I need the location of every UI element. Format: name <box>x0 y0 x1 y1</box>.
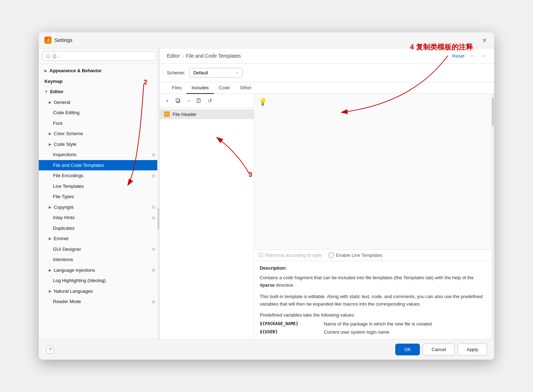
panel-header: Editor › File and Code Templates Reset ←… <box>160 48 494 64</box>
sidebar-item-code-editing[interactable]: Code Editing <box>39 107 159 118</box>
sidebar-item-language-injections[interactable]: ▶ Language Injections ⊟ <box>39 265 159 276</box>
settings-icon: ⊟ <box>152 267 155 273</box>
sidebar-item-file-types[interactable]: File Types <box>39 191 159 202</box>
title-bar: J Settings ✕ <box>39 32 494 48</box>
app-icon: J <box>44 37 52 44</box>
expand-icon: ▶ <box>49 100 52 105</box>
expand-icon: ▶ <box>49 288 52 294</box>
duplicate-template-button[interactable] <box>195 96 204 105</box>
expand-icon: ▶ <box>49 236 52 241</box>
sidebar-item-file-code-templates[interactable]: File and Code Templates 1 <box>39 160 159 171</box>
var-table: ${PACKAGE_NAME} Name of the package in w… <box>260 321 489 335</box>
var-desc-package: Name of the package in which the new fil… <box>324 321 432 327</box>
main-content: ▶ Appearance & Behavior Keymap ▼ Editor … <box>39 48 494 339</box>
sidebar-item-inlay-hints[interactable]: Inlay Hints ⊟ <box>39 212 159 223</box>
description-para-1: Contains a code fragment that can be inc… <box>260 274 489 289</box>
file-icon <box>164 111 170 117</box>
sidebar-item-emmet[interactable]: ▶ Emmet <box>39 233 159 244</box>
sidebar-item-appearance[interactable]: ▶ Appearance & Behavior <box>39 65 159 76</box>
reformat-checkbox[interactable] <box>258 253 263 258</box>
tab-code[interactable]: Code <box>214 82 235 94</box>
live-templates-checkbox-label[interactable]: Enable Live Templates <box>329 253 382 258</box>
sidebar-item-label: Copyright <box>54 204 74 211</box>
description-title: Description: <box>260 265 489 271</box>
sidebar-item-general[interactable]: ▶ General <box>39 97 159 108</box>
sidebar: ▶ Appearance & Behavior Keymap ▼ Editor … <box>39 48 160 339</box>
copy-template-button[interactable] <box>173 96 183 105</box>
tab-includes[interactable]: Includes <box>186 82 213 94</box>
sidebar-item-label: Color Scheme <box>54 130 83 137</box>
sidebar-item-natural-languages[interactable]: ▶ Natural Languages <box>39 286 159 297</box>
sidebar-item-label: Language Injections <box>54 267 95 274</box>
apply-button[interactable]: Apply <box>458 344 487 355</box>
sidebar-item-keymap[interactable]: Keymap <box>39 76 159 87</box>
sidebar-list: ▶ Appearance & Behavior Keymap ▼ Editor … <box>39 64 159 339</box>
nav-back-button[interactable]: ← <box>469 52 477 60</box>
cancel-button[interactable]: Cancel <box>423 344 455 355</box>
sidebar-item-label: Inspections <box>53 151 76 158</box>
expand-icon: ▶ <box>44 68 47 73</box>
sidebar-item-copyright[interactable]: ▶ Copyright ⊟ <box>39 202 159 213</box>
settings-dialog: J Settings ✕ ▶ Appearance & Behavior Key… <box>39 32 494 360</box>
expand-icon: ▶ <box>49 205 52 210</box>
close-button[interactable]: ✕ <box>480 36 489 44</box>
sidebar-item-font[interactable]: Font <box>39 118 159 129</box>
live-templates-checkbox[interactable] <box>329 253 334 258</box>
revert-template-button[interactable]: ↺ <box>205 96 215 105</box>
bottom-options: Reformat according to style Enable Live … <box>254 249 494 261</box>
scheme-select[interactable]: Default <box>189 68 243 78</box>
sidebar-item-code-style[interactable]: ▶ Code Style <box>39 139 159 150</box>
sidebar-item-label: General <box>54 99 70 106</box>
breadcrumb-section: File and Code Templates <box>186 53 241 59</box>
sidebar-item-live-templates[interactable]: Live Templates <box>39 181 159 192</box>
sidebar-scrollbar[interactable] <box>157 48 159 339</box>
sidebar-item-label: Code Editing <box>53 109 79 116</box>
template-toolbar: + − ↺ <box>160 94 254 108</box>
sidebar-item-label: Keymap <box>44 78 63 85</box>
search-input[interactable] <box>42 51 156 61</box>
sidebar-item-editor[interactable]: ▼ Editor <box>39 86 159 97</box>
sidebar-item-gui-designer[interactable]: GUI Designer ⊟ <box>39 244 159 255</box>
svg-rect-1 <box>176 99 179 102</box>
reformat-label: Reformat according to style <box>265 253 322 258</box>
sidebar-item-label: Font <box>53 120 62 127</box>
template-item-file-header[interactable]: File Header <box>160 109 254 119</box>
live-templates-label: Enable Live Templates <box>336 253 382 258</box>
reformat-checkbox-label[interactable]: Reformat according to style <box>258 253 322 258</box>
ok-button[interactable]: OK <box>395 344 420 355</box>
settings-icon: ⊟ <box>152 299 155 305</box>
main-panel: Editor › File and Code Templates Reset ←… <box>160 48 494 339</box>
tab-files[interactable]: Files <box>167 82 186 94</box>
sidebar-item-duplicates[interactable]: Duplicates <box>39 223 159 234</box>
sidebar-item-reader-mode[interactable]: Reader Mode ⊟ <box>39 296 159 307</box>
breadcrumb: Editor › File and Code Templates <box>167 53 241 59</box>
description-area: Description: Contains a code fragment th… <box>254 261 494 339</box>
sidebar-item-label: Emmet <box>54 235 68 242</box>
sidebar-item-label: File Encodings <box>53 172 83 179</box>
breadcrumb-separator: › <box>182 53 184 59</box>
settings-icon: ⊟ <box>152 152 155 158</box>
help-button[interactable]: ? <box>46 345 54 354</box>
settings-icon: ⊟ <box>152 173 155 179</box>
sidebar-item-label: Code Style <box>54 141 76 148</box>
add-template-button[interactable]: + <box>163 96 172 105</box>
remove-template-button[interactable]: − <box>184 96 193 105</box>
expand-icon: ▶ <box>49 267 52 273</box>
template-area: + − ↺ <box>160 94 494 339</box>
var-name-user: ${USER} <box>260 329 317 334</box>
tab-other[interactable]: Other <box>235 82 257 94</box>
right-scrollbar[interactable] <box>491 94 494 339</box>
sidebar-item-color-scheme[interactable]: ▶ Color Scheme <box>39 128 159 139</box>
editor-area[interactable]: 💡 <box>254 94 494 249</box>
scheme-row: Scheme: Default <box>160 64 494 82</box>
reset-link[interactable]: Reset <box>452 53 464 59</box>
action-buttons: OK Cancel Apply <box>395 344 487 355</box>
sidebar-item-file-encodings[interactable]: File Encodings ⊟ <box>39 170 159 181</box>
svg-rect-7 <box>166 114 168 114</box>
sidebar-item-inspections[interactable]: Inspections ⊟ <box>39 149 159 160</box>
sidebar-item-label: File Types <box>53 193 74 200</box>
sidebar-item-log-highlighting[interactable]: Log Highlighting (Ideolog) <box>39 275 159 286</box>
nav-forward-button[interactable]: → <box>479 52 487 60</box>
search-bar <box>39 48 159 64</box>
sidebar-item-intentions[interactable]: Intentions <box>39 254 159 265</box>
